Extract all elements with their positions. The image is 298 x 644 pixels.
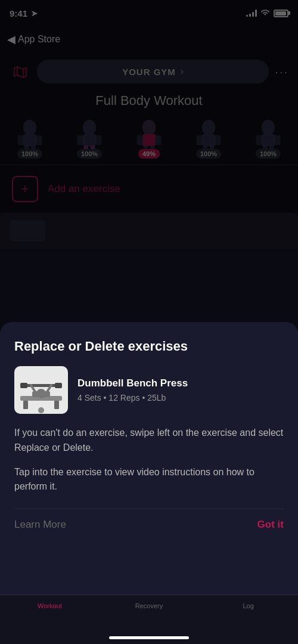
- svg-point-42: [38, 407, 44, 413]
- tab-log-label: Log: [243, 602, 254, 609]
- tab-log[interactable]: Log: [198, 601, 298, 609]
- instruction-2: Tap into the exercise to view video inst…: [14, 465, 284, 495]
- modal-title: Replace or Delete exercises: [14, 339, 284, 354]
- exercise-info: Dumbbell Bench Press 4 Sets • 12 Reps • …: [77, 377, 284, 402]
- svg-rect-36: [20, 383, 27, 388]
- learn-more-button[interactable]: Learn More: [14, 519, 66, 531]
- svg-rect-33: [23, 401, 28, 409]
- svg-rect-37: [55, 383, 62, 388]
- tab-recovery-label: Recovery: [135, 602, 163, 609]
- home-indicator: [109, 636, 189, 639]
- tab-workout[interactable]: Workout: [0, 601, 100, 609]
- exercise-thumbnail: [14, 366, 68, 414]
- tab-workout-label: Workout: [38, 602, 62, 609]
- instruction-1: If you can't do an exercise, swipe left …: [14, 426, 284, 456]
- exercise-name: Dumbbell Bench Press: [77, 377, 284, 389]
- modal-footer: Learn More Got it: [14, 509, 284, 543]
- exercise-item[interactable]: Dumbbell Bench Press 4 Sets • 12 Reps • …: [14, 366, 284, 414]
- exercise-meta: 4 Sets • 12 Reps • 25Lb: [77, 393, 284, 402]
- tab-bar: Workout Recovery Log: [0, 595, 298, 644]
- svg-rect-34: [54, 401, 59, 409]
- got-it-button[interactable]: Got it: [257, 519, 284, 531]
- instructions-block: If you can't do an exercise, swipe left …: [14, 426, 284, 494]
- tab-recovery[interactable]: Recovery: [100, 601, 199, 609]
